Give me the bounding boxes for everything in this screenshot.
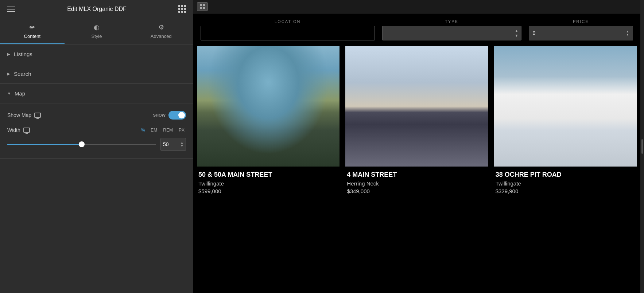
listing-address-3: 38 Ochre Pit Road	[496, 171, 635, 179]
listing-city-2: Herring Neck	[347, 180, 486, 187]
width-increment-btn[interactable]: ▲	[181, 141, 183, 144]
tab-style[interactable]: ◐ Style	[65, 18, 129, 44]
width-decrement-btn[interactable]: ▼	[181, 145, 183, 148]
map-controls: Show Map SHOW Width % EM	[0, 103, 193, 158]
unit-em-btn[interactable]: EM	[149, 127, 159, 133]
show-map-row: Show Map SHOW	[7, 111, 186, 120]
unit-buttons: % EM REM PX	[140, 127, 186, 133]
width-label: Width	[7, 127, 20, 133]
section-map-label: Map	[15, 90, 25, 97]
listing-city-1: Twillingate	[198, 180, 338, 187]
section-map-header[interactable]: ▼ Map	[0, 84, 193, 103]
section-listings-label: Listings	[14, 51, 32, 57]
hamburger-menu-icon[interactable]	[7, 7, 15, 12]
section-search-header[interactable]: ▶ Search	[0, 64, 193, 83]
width-number-input[interactable]: 50 ▲ ▼	[160, 138, 186, 151]
show-map-toggle-container: SHOW	[153, 111, 186, 120]
map-arrow-icon: ▼	[7, 91, 11, 95]
listing-info-3: 38 Ochre Pit Road Twillingate $329,900	[494, 167, 637, 199]
listings-arrow-icon: ▶	[7, 52, 10, 56]
tabs-bar: ✏ Content ◐ Style ⚙ Advanced	[0, 18, 193, 44]
show-map-toggle[interactable]	[168, 111, 186, 120]
show-map-label-group: Show Map	[7, 112, 153, 118]
toggle-label: SHOW	[153, 113, 166, 117]
listing-image-2	[345, 46, 488, 167]
content-tab-icon: ✏	[30, 23, 35, 31]
search-area: LOCATION TYPE ▲ ▼ PRICE 0 ▲ ▼	[193, 13, 640, 46]
listing-card-1[interactable]: 50 & 50A Main Street Twillingate $599,00…	[197, 46, 340, 286]
price-stepper[interactable]: ▲ ▼	[626, 30, 629, 36]
tab-style-label: Style	[92, 34, 102, 39]
listing-city-3: Twillingate	[496, 180, 635, 187]
type-select-wrapper: ▲ ▼	[382, 26, 521, 40]
width-stepper[interactable]: ▲ ▼	[181, 141, 183, 148]
right-edge-handle[interactable]	[641, 139, 643, 154]
listing-price-2: $349,000	[347, 188, 486, 194]
price-increment-btn[interactable]: ▲	[626, 30, 629, 33]
width-slider-track[interactable]	[7, 144, 156, 145]
type-label: TYPE	[382, 19, 521, 24]
listing-address-1: 50 & 50A Main Street	[198, 171, 338, 179]
tab-content[interactable]: ✏ Content	[0, 18, 65, 44]
type-select[interactable]	[382, 26, 521, 40]
unit-percent-btn[interactable]: %	[140, 127, 147, 133]
listing-price-1: $599,000	[198, 188, 338, 194]
price-value: 0	[533, 30, 536, 36]
left-panel: Edit MLX Organic DDF ✏ Content ◐ Style ⚙…	[0, 0, 193, 293]
unit-px-btn[interactable]: PX	[177, 127, 186, 133]
style-tab-icon: ◐	[94, 23, 100, 31]
tab-advanced[interactable]: ⚙ Advanced	[129, 18, 193, 44]
section-listings-header[interactable]: ▶ Listings	[0, 44, 193, 64]
tab-content-label: Content	[24, 34, 41, 39]
width-slider-thumb[interactable]	[79, 141, 85, 147]
section-listings: ▶ Listings	[0, 44, 193, 64]
right-edge-bar	[640, 0, 644, 293]
apps-grid-icon[interactable]	[178, 5, 186, 13]
unit-rem-btn[interactable]: REM	[162, 127, 174, 133]
listing-address-2: 4 Main Street	[347, 171, 486, 179]
width-slider-row: 50 ▲ ▼	[7, 138, 186, 151]
right-topbar	[193, 0, 640, 13]
tab-advanced-label: Advanced	[151, 34, 172, 39]
panel-title: Edit MLX Organic DDF	[67, 6, 127, 12]
width-monitor-icon	[23, 128, 30, 133]
section-search: ▶ Search	[0, 64, 193, 84]
price-input-box[interactable]: 0 ▲ ▼	[529, 26, 633, 40]
type-field-group: TYPE ▲ ▼	[382, 19, 521, 40]
section-search-label: Search	[14, 71, 31, 77]
monitor-icon	[34, 113, 41, 118]
width-label-group: Width	[7, 127, 140, 133]
location-input[interactable]	[201, 26, 375, 40]
width-value: 50	[163, 141, 169, 147]
listing-image-1	[197, 46, 340, 167]
width-row-top: Width % EM REM PX	[7, 127, 186, 133]
price-field-group: PRICE 0 ▲ ▼	[529, 19, 633, 40]
view-toggle-button[interactable]	[197, 2, 208, 11]
listing-card-2[interactable]: 4 Main Street Herring Neck $349,000	[345, 46, 488, 286]
width-row: Width % EM REM PX	[7, 127, 186, 151]
listing-price-3: $329,900	[496, 188, 635, 194]
view-toggle-inner	[200, 4, 205, 9]
location-label: LOCATION	[201, 19, 375, 24]
search-arrow-icon: ▶	[7, 72, 10, 76]
listing-card-3[interactable]: 38 Ochre Pit Road Twillingate $329,900	[494, 46, 637, 286]
section-map: ▼ Map Show Map SHOW Width	[0, 84, 193, 159]
show-map-label: Show Map	[7, 112, 31, 118]
price-decrement-btn[interactable]: ▼	[626, 34, 629, 36]
listing-image-3	[494, 46, 637, 167]
right-panel: LOCATION TYPE ▲ ▼ PRICE 0 ▲ ▼	[193, 0, 640, 293]
listings-grid: 50 & 50A Main Street Twillingate $599,00…	[193, 46, 640, 293]
location-field-group: LOCATION	[201, 19, 375, 40]
price-label: PRICE	[529, 19, 633, 24]
panel-header: Edit MLX Organic DDF	[0, 0, 193, 18]
listing-info-2: 4 Main Street Herring Neck $349,000	[345, 167, 488, 199]
listing-info-1: 50 & 50A Main Street Twillingate $599,00…	[197, 167, 340, 199]
advanced-tab-icon: ⚙	[158, 23, 164, 31]
width-slider-fill	[7, 144, 82, 145]
